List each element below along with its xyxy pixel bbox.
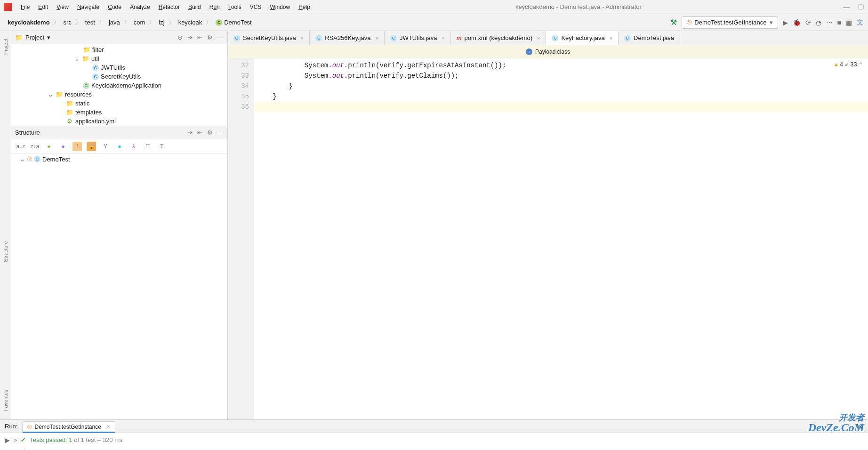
- locate-icon[interactable]: ⊕: [177, 34, 183, 41]
- menu-vcs[interactable]: VCS: [246, 2, 265, 12]
- close-icon[interactable]: ×: [442, 35, 444, 41]
- code-line[interactable]: System.out.println(verify.getClaims());: [254, 71, 868, 81]
- project-panel-title[interactable]: 📁 Project ▾: [15, 34, 50, 41]
- code-editor[interactable]: 32 33 34 35 36 System.out.println(verify…: [228, 58, 868, 419]
- stop-button[interactable]: ■: [837, 19, 841, 26]
- hide-icon[interactable]: —: [217, 129, 224, 136]
- filter-o-icon[interactable]: ●: [115, 142, 124, 151]
- layout-button[interactable]: ▦: [846, 19, 852, 26]
- menu-analyze[interactable]: Analyze: [126, 2, 154, 12]
- editor-tab[interactable]: CDemoTest.java: [619, 31, 680, 45]
- line-gutter: 32 33 34 35 36: [228, 58, 254, 419]
- close-icon[interactable]: ×: [537, 35, 540, 41]
- hide-icon[interactable]: —: [217, 34, 224, 41]
- attach-button[interactable]: ⋯: [826, 19, 833, 26]
- editor-tab[interactable]: CJWTUtils.java×: [385, 31, 451, 45]
- breadcrumb-item[interactable]: com: [131, 18, 148, 27]
- editor-tab-active[interactable]: CKeyFactory.java×: [546, 31, 619, 45]
- editor-tab[interactable]: mpom.xml (keycloakdemo)×: [451, 31, 547, 45]
- build-icon[interactable]: ⚒: [670, 18, 677, 27]
- collapse-icon[interactable]: ⇤: [197, 34, 202, 41]
- filter-i-icon[interactable]: ●: [44, 142, 54, 151]
- run-config-dropdown[interactable]: ⧁DemoTest.testGetInstance▾: [682, 16, 778, 29]
- tests-passed-label: Tests passed: 1: [30, 436, 72, 443]
- minimize-button[interactable]: —: [843, 3, 850, 11]
- breadcrumb-item[interactable]: lzj: [156, 18, 167, 27]
- structure-node[interactable]: ⌄⧁ CDemoTest: [11, 154, 227, 164]
- run-button[interactable]: ▶: [783, 19, 788, 26]
- editor-tab[interactable]: CRSA256Key.java×: [310, 31, 385, 45]
- sort-az-icon[interactable]: a↓z: [16, 142, 25, 151]
- code-line[interactable]: System.out.println(verify.getExpiresAtAs…: [254, 60, 868, 71]
- tree-item-filter[interactable]: 📁filter: [11, 45, 227, 54]
- tree-item-app[interactable]: CKeycloakdemoApplication: [11, 81, 227, 90]
- code-line[interactable]: }: [254, 91, 868, 102]
- tree-item-util[interactable]: ⌄📁util: [11, 54, 227, 63]
- filter-t-icon[interactable]: T: [157, 142, 167, 151]
- breadcrumb-root[interactable]: keycloakdemo: [5, 18, 53, 27]
- profile-button[interactable]: ◔: [816, 19, 821, 26]
- breadcrumb-item[interactable]: CDemoTest: [213, 18, 255, 27]
- coverage-button[interactable]: ⟳: [805, 19, 811, 26]
- inspection-indicators[interactable]: ▲4 ✔33 ⌃: [835, 61, 862, 68]
- class-icon: C: [34, 156, 40, 162]
- menu-tools[interactable]: Tools: [225, 2, 245, 12]
- run-tab[interactable]: ⧁DemoTest.testGetInstance×: [22, 421, 115, 432]
- tree-item-templates[interactable]: 📁templates: [11, 108, 227, 117]
- collapse-icon[interactable]: ⇤: [197, 129, 202, 136]
- close-icon[interactable]: ×: [375, 35, 378, 41]
- structure-tool-tab[interactable]: Structure: [2, 237, 9, 266]
- filter-l-icon[interactable]: λ: [129, 142, 138, 151]
- filter-g-icon[interactable]: ☐: [143, 142, 153, 151]
- project-panel: 📁 Project ▾ ⊕ ⇥ ⇤ ⚙ — 📁filter ⌄📁util CJW…: [11, 31, 227, 126]
- structure-panel: Structure ⇥ ⇤ ⚙ — a↓z z↓a ● ● f 🔒 Y ● λ …: [11, 126, 227, 419]
- code-line[interactable]: }: [254, 81, 868, 91]
- sort-za-icon[interactable]: z↓a: [30, 142, 40, 151]
- breadcrumb-item[interactable]: java: [106, 18, 123, 27]
- tree-item-resources[interactable]: ⌄📁resources: [11, 90, 227, 99]
- settings-icon[interactable]: ⚙: [207, 34, 213, 41]
- menu-file[interactable]: File: [17, 2, 33, 12]
- close-icon[interactable]: ×: [610, 35, 612, 41]
- java-icon: C: [315, 35, 322, 41]
- tree-item-jwtutils[interactable]: CJWTUtils: [11, 63, 227, 72]
- tree-item-appyml[interactable]: ⚙application.yml: [11, 117, 227, 126]
- close-icon[interactable]: ×: [301, 35, 304, 41]
- menu-navigate[interactable]: Navigate: [73, 2, 103, 12]
- structure-panel-title: Structure: [15, 129, 40, 136]
- filter-p-icon[interactable]: ●: [58, 142, 68, 151]
- favorites-tool-tab[interactable]: Favorites: [2, 386, 9, 415]
- search-everywhere-button[interactable]: 文: [857, 18, 863, 27]
- editor-tab[interactable]: CSecretKeyUtils.java×: [228, 31, 310, 45]
- maximize-button[interactable]: ☐: [858, 3, 864, 11]
- code-line[interactable]: [254, 102, 868, 112]
- breadcrumb-item[interactable]: test: [82, 18, 98, 27]
- menu-edit[interactable]: Edit: [34, 2, 52, 12]
- menu-refactor[interactable]: Refactor: [155, 2, 184, 12]
- filter-lock-icon[interactable]: 🔒: [87, 142, 96, 151]
- filter-f-icon[interactable]: f: [72, 142, 82, 151]
- project-tool-tab[interactable]: Project: [2, 35, 9, 58]
- tree-item-secretkey[interactable]: CSecretKeyUtils: [11, 72, 227, 81]
- close-icon[interactable]: ×: [107, 424, 110, 430]
- breadcrumb-item[interactable]: keycloak: [176, 18, 205, 27]
- debug-button[interactable]: 🐞: [793, 19, 801, 26]
- check-icon: ✔: [21, 436, 26, 443]
- menu-help[interactable]: Help: [295, 2, 314, 12]
- rerun-button[interactable]: ▶: [5, 436, 10, 444]
- menu-run[interactable]: Run: [206, 2, 224, 12]
- menu-build[interactable]: Build: [185, 2, 205, 12]
- menu-window[interactable]: Window: [266, 2, 294, 12]
- menu-code[interactable]: Code: [104, 2, 125, 12]
- java-icon: C: [624, 35, 631, 41]
- info-icon: i: [526, 48, 532, 55]
- settings-icon[interactable]: ⚙: [207, 129, 213, 136]
- filter-y-icon[interactable]: Y: [101, 142, 110, 151]
- breadcrumb-item[interactable]: src: [61, 18, 74, 27]
- tree-item-static[interactable]: 📁static: [11, 99, 227, 108]
- menu-view[interactable]: View: [53, 2, 72, 12]
- console-output[interactable]: 2023-01-12 01:17:28.458 INFO 27060 --- […: [24, 447, 868, 450]
- expand-icon[interactable]: ⇥: [187, 129, 193, 136]
- expand-icon[interactable]: ⇥: [187, 34, 193, 41]
- show-passed-icon[interactable]: »: [14, 436, 17, 443]
